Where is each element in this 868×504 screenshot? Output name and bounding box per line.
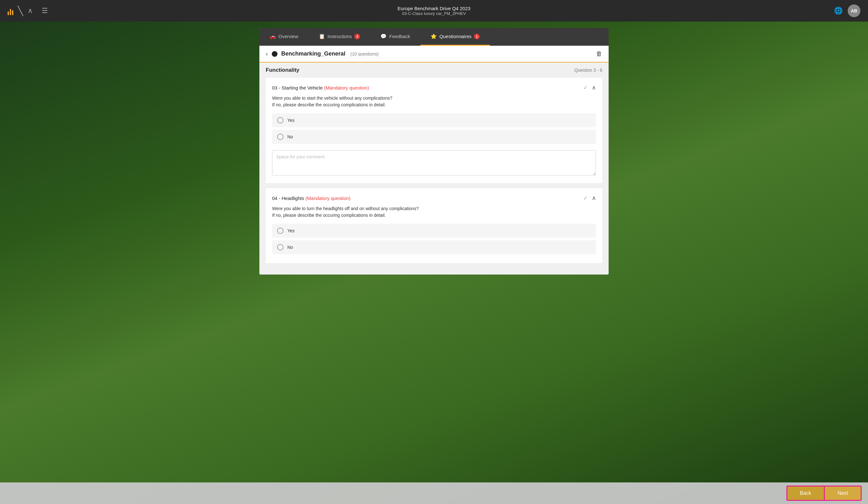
questionnaires-icon: ⭐	[431, 33, 437, 39]
question-03-title-row: 03 - Starting the Vehicle (Mandatory que…	[272, 84, 596, 91]
project-subtitle: 03-C-Class luxury car_FM_2PHEV	[397, 11, 470, 16]
action-bar: Back Next	[0, 482, 868, 504]
question-card-04: 04 - Headlights (Mandatory question) ✓ ∧…	[266, 188, 602, 263]
q03-option-no[interactable]: No	[272, 130, 596, 144]
q03-actions: ✓ ∧	[583, 84, 596, 91]
questionnaire-count: (10 questions)	[351, 51, 379, 56]
q04-desc-line1: Were you able to turn the headlights off…	[272, 205, 596, 212]
q03-title-text: -	[279, 85, 282, 91]
q04-label-yes: Yes	[287, 228, 294, 233]
feedback-icon: 💬	[380, 33, 387, 39]
navbar: ╲ ∧ ☰ Europe Benchmark Drive Q4 2023 03-…	[0, 0, 868, 22]
avatar[interactable]: AB	[848, 4, 860, 17]
q03-label-no: No	[287, 134, 293, 139]
logo-bar-3	[12, 10, 13, 15]
section-title: Functionality	[266, 67, 299, 73]
q03-mandatory: (Mandatory question)	[324, 85, 369, 91]
question-04-title-row: 04 - Headlights (Mandatory question) ✓ ∧	[272, 195, 596, 201]
q03-check-icon[interactable]: ✓	[583, 84, 588, 91]
question-range: Question 3 - 6	[574, 67, 602, 73]
tab-overview[interactable]: 🚗 Overview	[259, 28, 309, 46]
q04-description: Were you able to turn the headlights off…	[272, 205, 596, 219]
instructions-icon: 📋	[319, 33, 325, 39]
logo: ╲ ∧ ☰	[8, 6, 48, 16]
q03-description: Were you able to start the vehicle witho…	[272, 95, 596, 108]
q04-actions: ✓ ∧	[583, 195, 596, 201]
overview-icon: 🚗	[270, 33, 276, 39]
questions-container: 03 - Starting the Vehicle (Mandatory que…	[259, 78, 609, 274]
logo-w: ∧	[28, 7, 33, 15]
q04-option-no[interactable]: No	[272, 240, 596, 254]
back-button[interactable]: Back	[786, 486, 824, 501]
content-card: 🚗 Overview 📋 Instructions 3 💬 Feedback ⭐…	[259, 28, 609, 274]
q04-mandatory: (Mandatory question)	[306, 196, 351, 201]
q04-option-yes[interactable]: Yes	[272, 224, 596, 238]
tab-feedback-label: Feedback	[389, 34, 410, 39]
q04-radio-no	[277, 244, 283, 250]
tab-feedback[interactable]: 💬 Feedback	[370, 28, 420, 46]
tab-questionnaires[interactable]: ⭐ Questionnaires 1	[420, 28, 490, 46]
tab-bar: 🚗 Overview 📋 Instructions 3 💬 Feedback ⭐…	[259, 28, 609, 46]
q04-desc-line2: If no, please describe the occuring comp…	[272, 212, 596, 219]
q03-radio-no	[277, 134, 283, 140]
q04-label-no: No	[287, 245, 293, 250]
navbar-title: Europe Benchmark Drive Q4 2023 03-C-Clas…	[397, 6, 470, 16]
questionnaires-badge: 1	[474, 34, 480, 39]
q04-title-text: -	[279, 196, 282, 201]
q03-collapse-icon[interactable]: ∧	[592, 84, 596, 91]
delete-icon[interactable]: 🗑	[596, 50, 602, 57]
q03-option-yes[interactable]: Yes	[272, 113, 596, 127]
q03-desc-line2: If no, please describe the occuring comp…	[272, 102, 596, 108]
logo-bar-2	[10, 9, 11, 15]
logo-bar-1	[8, 11, 9, 15]
q04-title-main: Headlights	[282, 196, 304, 201]
navbar-right: 🌐 AB	[834, 4, 860, 17]
tab-instructions-label: Instructions	[328, 34, 352, 39]
section-header: Functionality Question 3 - 6	[259, 63, 609, 78]
question-04-title: 04 - Headlights (Mandatory question)	[272, 196, 351, 201]
globe-icon[interactable]: 🌐	[834, 7, 843, 15]
question-card-03: 03 - Starting the Vehicle (Mandatory que…	[266, 78, 602, 183]
project-title: Europe Benchmark Drive Q4 2023	[397, 6, 470, 11]
questionnaire-dot	[272, 51, 278, 57]
q03-desc-line1: Were you able to start the vehicle witho…	[272, 95, 596, 102]
questionnaire-header: ‹ Benchmarking_General (10 questions) 🗑	[259, 46, 609, 63]
questionnaire-title: Benchmarking_General	[281, 51, 345, 57]
question-03-title: 03 - Starting the Vehicle (Mandatory que…	[272, 85, 369, 91]
tab-overview-label: Overview	[278, 34, 298, 39]
q03-label-yes: Yes	[287, 118, 294, 123]
q04-check-icon[interactable]: ✓	[583, 195, 588, 201]
tab-instructions[interactable]: 📋 Instructions 3	[309, 28, 371, 46]
q04-radio-yes	[277, 228, 283, 234]
q04-collapse-icon[interactable]: ∧	[592, 195, 596, 201]
main-wrapper: 🚗 Overview 📋 Instructions 3 💬 Feedback ⭐…	[0, 22, 868, 300]
q03-title-main: Starting the Vehicle	[282, 85, 322, 91]
q04-number: 04	[272, 196, 278, 201]
hamburger-icon[interactable]: ☰	[42, 7, 48, 15]
logo-bars	[8, 6, 13, 15]
q03-radio-yes	[277, 117, 283, 124]
instructions-badge: 3	[354, 34, 360, 39]
q03-comment-textarea[interactable]	[272, 150, 596, 176]
next-button[interactable]: Next	[824, 486, 862, 501]
back-arrow-icon[interactable]: ‹	[266, 50, 268, 57]
logo-slash: ╲	[18, 6, 23, 16]
tab-questionnaires-label: Questionnaires	[440, 34, 472, 39]
q03-number: 03	[272, 85, 278, 91]
